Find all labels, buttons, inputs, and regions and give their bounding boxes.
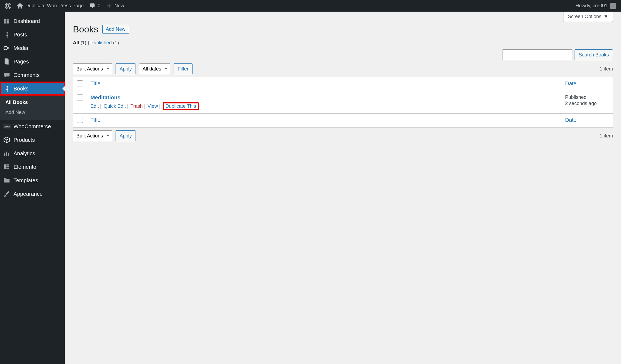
sidebar-item-dashboard[interactable]: Dashboard xyxy=(0,14,65,28)
wordpress-icon xyxy=(5,3,11,9)
sidebar-item-elementor[interactable]: Elementor xyxy=(0,160,65,174)
site-name-link[interactable]: Duplicate WordPress Page xyxy=(14,0,86,12)
chevron-down-icon: ▼ xyxy=(603,14,608,19)
row-checkbox[interactable] xyxy=(77,95,83,100)
home-icon xyxy=(17,3,23,9)
sidebar-item-pages[interactable]: Pages xyxy=(0,55,65,68)
search-input[interactable] xyxy=(502,49,572,60)
sidebar-item-label: Templates xyxy=(14,177,38,184)
comments-link[interactable]: 0 xyxy=(86,0,103,12)
admin-sidebar: Dashboard Posts Media Pages Comments Boo… xyxy=(0,12,65,364)
svg-rect-1 xyxy=(4,164,6,169)
brush-icon xyxy=(3,190,10,197)
sidebar-item-label: Products xyxy=(14,137,35,143)
pin-icon xyxy=(3,31,10,38)
column-date-footer[interactable]: Date xyxy=(561,113,613,127)
action-duplicate[interactable]: Duplicate This xyxy=(166,103,196,109)
svg-rect-2 xyxy=(6,164,9,166)
pages-icon xyxy=(3,58,10,65)
sidebar-item-media[interactable]: Media xyxy=(0,41,65,55)
column-title[interactable]: Title xyxy=(87,77,561,91)
new-label: New xyxy=(114,3,124,9)
sidebar-item-appearance[interactable]: Appearance xyxy=(0,187,65,201)
table-row: Meditations Edit| Quick Edit| Trash| Vie… xyxy=(73,91,613,113)
wp-logo[interactable] xyxy=(2,0,14,12)
submenu-item-all-books[interactable]: All Books xyxy=(0,97,65,107)
search-button[interactable]: Search Books xyxy=(575,49,613,60)
screen-options-toggle[interactable]: Screen Options ▼ xyxy=(563,12,613,22)
pagination-count: 1 item xyxy=(600,66,613,72)
filter-button[interactable]: Filter xyxy=(174,63,193,74)
tablenav-bottom: Bulk Actions Apply 1 item xyxy=(73,130,613,141)
sidebar-item-label: Comments xyxy=(14,72,40,78)
column-title-footer[interactable]: Title xyxy=(87,113,561,127)
sidebar-item-books[interactable]: Books xyxy=(0,82,65,95)
row-actions: Edit| Quick Edit| Trash| View| Duplicate… xyxy=(90,102,558,110)
admin-bar: Duplicate WordPress Page 0 New Howdy, cr… xyxy=(0,0,621,12)
comment-icon xyxy=(89,3,96,9)
main-content: Screen Options ▼ Books Add New All (1) |… xyxy=(65,12,621,364)
howdy-text: Howdy, crn001 xyxy=(575,3,608,9)
sidebar-item-label: Books xyxy=(14,86,29,92)
submenu-item-add-new[interactable]: Add New xyxy=(0,107,65,117)
site-title: Duplicate WordPress Page xyxy=(25,3,84,9)
apply-button[interactable]: Apply xyxy=(116,63,136,74)
row-date-state: Published xyxy=(565,95,609,100)
avatar xyxy=(610,3,616,9)
status-filters: All (1) | Published (1) xyxy=(73,40,613,46)
folder-icon xyxy=(3,177,10,184)
filter-published[interactable]: Published (1) xyxy=(90,40,119,45)
action-trash[interactable]: Trash xyxy=(130,103,143,109)
dashboard-icon xyxy=(3,18,10,25)
add-new-button[interactable]: Add New xyxy=(102,25,129,34)
action-edit[interactable]: Edit xyxy=(90,103,99,109)
sidebar-item-label: Posts xyxy=(14,32,27,38)
date-filter-select[interactable]: All dates xyxy=(139,63,170,74)
sidebar-item-templates[interactable]: Templates xyxy=(0,174,65,187)
new-content-link[interactable]: New xyxy=(103,0,127,12)
sidebar-item-comments[interactable]: Comments xyxy=(0,68,65,82)
posts-table: Title Date Meditations Edit| Quick Edit|… xyxy=(73,77,613,128)
tablenav-top: Bulk Actions Apply All dates Filter 1 it… xyxy=(73,63,613,74)
bulk-actions-select-bottom[interactable]: Bulk Actions xyxy=(73,130,112,141)
pin-icon xyxy=(3,85,10,92)
woo-icon: woo xyxy=(3,123,10,130)
sidebar-item-label: WooCommerce xyxy=(14,123,51,130)
comments-count: 0 xyxy=(98,3,100,9)
svg-rect-3 xyxy=(6,166,9,167)
select-all-checkbox[interactable] xyxy=(77,80,83,86)
action-view[interactable]: View xyxy=(147,103,158,109)
highlight-duplicate: Duplicate This xyxy=(163,102,199,110)
apply-button-bottom[interactable]: Apply xyxy=(116,130,136,141)
sidebar-item-label: Media xyxy=(14,45,28,51)
svg-point-0 xyxy=(4,46,8,50)
sidebar-item-label: Pages xyxy=(14,59,29,65)
select-all-checkbox-footer[interactable] xyxy=(77,117,83,123)
sidebar-item-label: Dashboard xyxy=(14,18,40,24)
row-title-link[interactable]: Meditations xyxy=(90,95,120,100)
page-title: Books xyxy=(73,24,99,35)
row-date-time: 2 seconds ago xyxy=(565,101,597,106)
comment-icon xyxy=(3,72,10,79)
sidebar-item-posts[interactable]: Posts xyxy=(0,28,65,41)
media-icon xyxy=(3,45,10,52)
plus-icon xyxy=(106,3,112,9)
elementor-icon xyxy=(3,163,10,170)
search-box: Search Books xyxy=(502,49,613,60)
sidebar-item-woocommerce[interactable]: woo WooCommerce xyxy=(0,120,65,133)
filter-all[interactable]: All (1) xyxy=(73,40,86,45)
sidebar-submenu-books: All Books Add New xyxy=(0,95,65,120)
action-quick-edit[interactable]: Quick Edit xyxy=(104,103,126,109)
pagination-count-bottom: 1 item xyxy=(600,133,613,139)
bulk-actions-select[interactable]: Bulk Actions xyxy=(73,63,112,74)
product-icon xyxy=(3,136,10,143)
svg-rect-4 xyxy=(6,168,9,169)
sidebar-item-label: Analytics xyxy=(14,150,35,157)
analytics-icon xyxy=(3,150,10,157)
sidebar-item-label: Elementor xyxy=(14,164,38,170)
sidebar-item-analytics[interactable]: Analytics xyxy=(0,147,65,160)
sidebar-item-products[interactable]: Products xyxy=(0,133,65,147)
column-date[interactable]: Date xyxy=(561,77,613,91)
sidebar-item-label: Appearance xyxy=(14,191,43,197)
my-account[interactable]: Howdy, crn001 xyxy=(573,0,619,12)
